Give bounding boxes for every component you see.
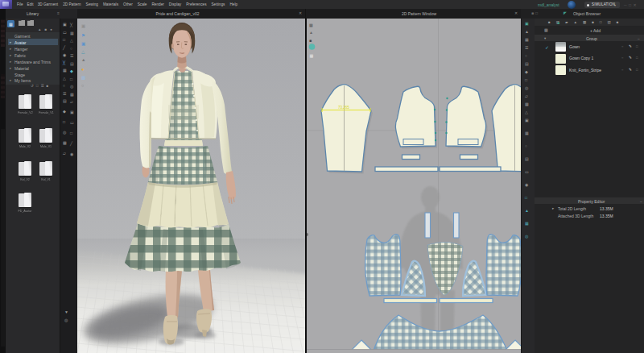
svg-text:⚑: ⚑	[81, 33, 85, 38]
svg-text:▣: ▣	[81, 23, 85, 28]
svg-text:73.265: 73.265	[338, 106, 349, 110]
svg-text:▩: ▩	[81, 75, 85, 80]
svg-text:▣: ▣	[81, 41, 85, 46]
svg-text:▲: ▲	[309, 30, 313, 35]
svg-text:○: ○	[81, 83, 84, 88]
svg-text:△: △	[81, 49, 85, 54]
svg-text:■: ■	[309, 38, 312, 43]
svg-text:●: ●	[81, 67, 84, 72]
svg-text:▲: ▲	[81, 57, 85, 62]
svg-text:▩: ▩	[309, 23, 313, 27]
svg-text:▩: ▩	[310, 53, 314, 58]
